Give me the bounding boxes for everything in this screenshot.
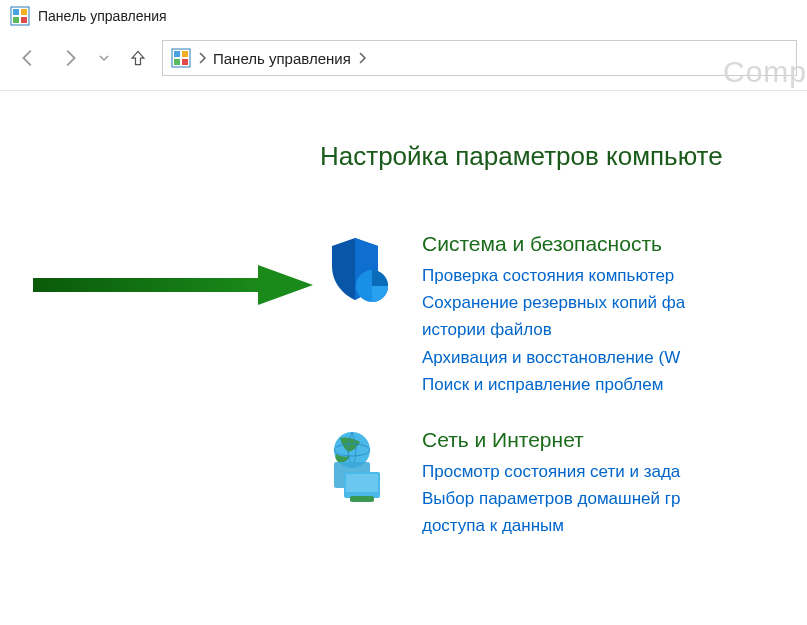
category-link[interactable]: Поиск и исправление проблем: [422, 371, 807, 398]
chevron-right-icon[interactable]: [197, 51, 207, 65]
category-title[interactable]: Сеть и Интернет: [422, 428, 807, 452]
category-link[interactable]: Архивация и восстановление (W: [422, 344, 807, 371]
svg-rect-9: [182, 59, 188, 65]
up-button[interactable]: [120, 40, 156, 76]
network-globe-icon: [320, 428, 400, 508]
svg-rect-4: [21, 17, 27, 23]
content-area: Настройка параметров компьюте Система и …: [0, 91, 807, 540]
page-heading: Настройка параметров компьюте: [320, 141, 807, 172]
category-link[interactable]: Выбор параметров домашней гр: [422, 485, 807, 512]
svg-rect-7: [182, 51, 188, 57]
category-link[interactable]: Просмотр состояния сети и зада: [422, 458, 807, 485]
forward-button[interactable]: [52, 40, 88, 76]
svg-rect-3: [13, 17, 19, 23]
svg-rect-2: [21, 9, 27, 15]
category-link[interactable]: Сохранение резервных копий фа: [422, 289, 807, 316]
category-link[interactable]: доступа к данным: [422, 512, 807, 539]
svg-rect-8: [174, 59, 180, 65]
control-panel-icon: [10, 6, 30, 26]
category-system-security: Система и безопасность Проверка состояни…: [320, 232, 807, 398]
category-text: Сеть и Интернет Просмотр состояния сети …: [422, 428, 807, 540]
window-title: Панель управления: [38, 8, 167, 24]
category-title[interactable]: Система и безопасность: [422, 232, 807, 256]
history-dropdown[interactable]: [94, 52, 114, 64]
chevron-right-icon[interactable]: [357, 51, 367, 65]
svg-rect-1: [13, 9, 19, 15]
svg-rect-15: [346, 474, 378, 492]
category-link[interactable]: истории файлов: [422, 316, 807, 343]
category-text: Система и безопасность Проверка состояни…: [422, 232, 807, 398]
back-button[interactable]: [10, 40, 46, 76]
control-panel-icon: [171, 48, 191, 68]
breadcrumb-item[interactable]: Панель управления: [213, 50, 351, 67]
navigation-toolbar: Панель управления: [0, 32, 807, 91]
svg-rect-16: [350, 496, 374, 502]
category-network-internet: Сеть и Интернет Просмотр состояния сети …: [320, 428, 807, 540]
category-link[interactable]: Проверка состояния компьютер: [422, 262, 807, 289]
svg-rect-6: [174, 51, 180, 57]
address-bar[interactable]: Панель управления: [162, 40, 797, 76]
window-titlebar: Панель управления: [0, 0, 807, 32]
shield-icon: [320, 232, 400, 312]
